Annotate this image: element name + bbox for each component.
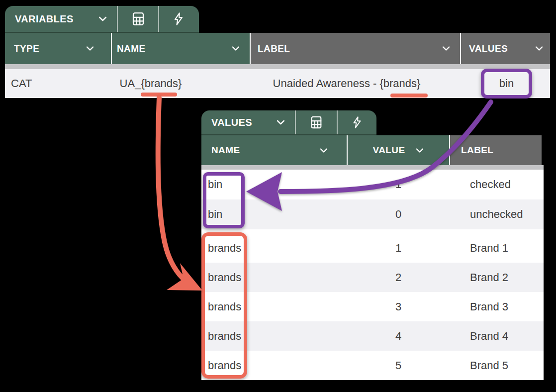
scrollbar-track[interactable] (5, 64, 550, 69)
values-header-row: NAME VALUE LABEL (201, 135, 544, 165)
chevron-down-icon[interactable] (86, 46, 94, 51)
cell-values[interactable]: bin (484, 72, 529, 95)
calculator-button[interactable] (117, 6, 158, 32)
scrollbar-track[interactable] (201, 165, 544, 170)
cell-value[interactable]: 1 (347, 233, 450, 263)
lightning-button[interactable] (158, 6, 198, 32)
group-separator (201, 229, 544, 233)
chevron-down-icon[interactable] (442, 46, 450, 51)
chevron-down-icon (98, 16, 107, 21)
column-header-value[interactable]: VALUE (347, 135, 449, 165)
red-highlight-box-brands-rows (201, 232, 247, 379)
chevron-down-icon[interactable] (232, 46, 240, 51)
cell-value[interactable]: 5 (347, 351, 450, 380)
variables-tab[interactable]: VARIABLES (5, 6, 117, 32)
lightning-bolt-icon (172, 12, 185, 26)
cell-label[interactable]: Brand 2 (470, 263, 508, 292)
column-header-value-label: VALUE (373, 145, 405, 156)
column-header-label-label: LABEL (461, 145, 493, 156)
cell-label[interactable]: checked (470, 170, 511, 199)
values-tab-bar: VALUES (201, 110, 376, 135)
table-row[interactable]: brands 5 Brand 5 (201, 351, 544, 380)
column-header-type[interactable]: TYPE (5, 33, 111, 64)
column-header-name-label: NAME (117, 43, 146, 54)
chevron-down-icon[interactable] (320, 148, 328, 153)
column-header-name-label: NAME (211, 145, 240, 156)
table-row[interactable]: brands 3 Brand 3 (201, 292, 544, 321)
red-underline-name-brands (141, 93, 177, 97)
purple-highlight-box-bin-rows (203, 172, 245, 228)
chevron-down-icon[interactable] (535, 46, 543, 51)
variables-tab-label: VARIABLES (15, 13, 74, 25)
column-header-name[interactable]: NAME (201, 135, 347, 165)
cell-value[interactable]: 0 (347, 199, 450, 229)
purple-highlight-box-bin-value: bin (481, 69, 532, 98)
cell-value[interactable]: 3 (347, 292, 450, 321)
cell-value[interactable]: 2 (347, 263, 450, 292)
red-underline-label-brands (390, 94, 428, 98)
chevron-down-icon[interactable] (416, 148, 424, 153)
values-rows: bin 1 checked bin 0 unchecked brands 1 B… (201, 170, 544, 380)
cell-label[interactable]: Brand 1 (470, 233, 508, 263)
table-row[interactable]: brands 1 Brand 1 (201, 233, 544, 263)
cell-label[interactable]: Brand 3 (470, 292, 508, 321)
cell-label[interactable]: Brand 5 (470, 351, 508, 380)
screenshot-canvas: VARIABLES (0, 0, 556, 392)
column-header-label[interactable]: LABEL (449, 135, 542, 165)
calculator-icon (131, 11, 146, 26)
red-arrow-head (167, 263, 202, 291)
lightning-button[interactable] (337, 110, 376, 134)
values-tab[interactable]: VALUES (201, 110, 295, 134)
column-header-label[interactable]: LABEL (250, 33, 460, 64)
column-header-type-label: TYPE (14, 43, 39, 54)
column-header-name[interactable]: NAME (111, 33, 250, 64)
variables-data-row: CAT UA_{brands} Unaided Awareness - {bra… (5, 69, 550, 98)
table-row[interactable]: brands 4 Brand 4 (201, 321, 544, 351)
red-arrow (158, 98, 186, 282)
column-header-values-label: VALUES (469, 43, 508, 54)
variables-tab-bar: VARIABLES (5, 6, 199, 33)
calculator-button[interactable] (295, 110, 337, 134)
column-header-values[interactable]: VALUES (460, 33, 550, 64)
calculator-icon (309, 115, 323, 129)
table-row[interactable]: bin 1 checked (201, 170, 544, 199)
values-tab-label: VALUES (211, 117, 252, 128)
cell-label[interactable]: Brand 4 (470, 321, 508, 351)
cell-value[interactable]: 4 (347, 321, 450, 351)
cell-value[interactable]: 1 (347, 170, 450, 199)
column-header-label-label: LABEL (258, 43, 290, 54)
lightning-bolt-icon (351, 116, 364, 129)
table-row[interactable]: bin 0 unchecked (201, 199, 544, 229)
variables-header-row: TYPE NAME LABEL VALU (5, 33, 550, 64)
chevron-down-icon (277, 120, 285, 125)
cell-type[interactable]: CAT (11, 69, 32, 98)
table-row[interactable]: brands 2 Brand 2 (201, 263, 544, 292)
cell-label[interactable]: unchecked (470, 199, 523, 229)
